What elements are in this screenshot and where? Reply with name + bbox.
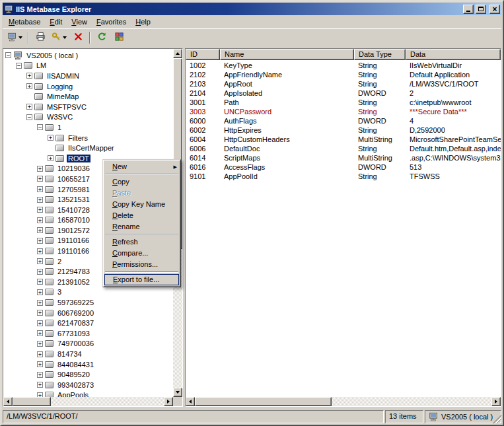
expand-plus-icon[interactable]: + [37, 320, 43, 326]
table-row[interactable]: 2104AppIsolatedDWORD2 [186, 89, 501, 98]
expand-plus-icon[interactable]: + [37, 227, 43, 233]
tree-node[interactable]: +993402873 [3, 380, 173, 390]
collapse-minus-icon[interactable]: − [37, 124, 43, 130]
expand-plus-icon[interactable]: + [37, 186, 43, 192]
permissions-button[interactable] [110, 30, 127, 45]
scroll-down-button[interactable] [173, 388, 182, 397]
tree-node[interactable]: +Logging [3, 81, 173, 92]
tree-node[interactable]: IIsCertMapper [3, 143, 173, 153]
column-header-data[interactable]: Data [406, 49, 501, 60]
table-row[interactable]: 2103AppRootString/LM/W3SVC/1/ROOT [186, 80, 501, 89]
expand-plus-icon[interactable]: + [37, 330, 43, 336]
tree-node[interactable]: +Filters [3, 133, 173, 143]
menubar-item-help[interactable]: Help [131, 16, 155, 28]
collapse-minus-icon[interactable]: − [26, 114, 32, 120]
context-menu-item-delete[interactable]: Delete [104, 210, 179, 221]
collapse-minus-icon[interactable]: − [5, 52, 11, 58]
tree-node[interactable]: +814734 [3, 349, 173, 359]
expand-plus-icon[interactable]: + [37, 217, 43, 223]
expand-plus-icon[interactable]: + [37, 341, 43, 347]
expand-plus-icon[interactable]: + [26, 104, 32, 110]
context-menu-item-rename[interactable]: Rename [104, 221, 179, 232]
expand-plus-icon[interactable]: + [37, 238, 43, 244]
column-header-id[interactable]: ID [186, 49, 220, 60]
tree-node[interactable]: +621470837 [3, 318, 173, 328]
expand-plus-icon[interactable]: + [37, 300, 43, 306]
tree-node[interactable]: +AppPools [3, 390, 173, 397]
connect-button[interactable] [5, 30, 25, 45]
context-menu-item-copy-key-name[interactable]: Copy Key Name [104, 199, 179, 210]
scroll-right-button[interactable] [164, 397, 173, 406]
expand-plus-icon[interactable]: + [37, 269, 43, 275]
column-header-name[interactable]: Name [220, 49, 354, 60]
list-hscroll-track[interactable] [195, 397, 491, 406]
print-button[interactable] [32, 30, 49, 45]
collapse-minus-icon[interactable]: − [16, 63, 22, 69]
expand-plus-icon[interactable]: + [37, 289, 43, 295]
tree-node[interactable]: +606769200 [3, 308, 173, 318]
expand-plus-icon[interactable]: + [48, 135, 54, 141]
table-row[interactable]: 6006DefaultDocStringDefault.htm,Default.… [186, 145, 501, 154]
column-header-data-type[interactable]: Data Type [354, 49, 406, 60]
table-row[interactable]: 3003UNCPasswordString***Secure Data*** [186, 108, 501, 117]
scroll-up-button[interactable] [173, 49, 182, 58]
tree-node[interactable]: −VS2005 ( local ) [3, 50, 173, 61]
tree-node[interactable]: +MSFTPSVC [3, 102, 173, 112]
tree-hscroll-track[interactable] [13, 397, 164, 406]
tree-node[interactable]: +749700036 [3, 339, 173, 349]
expand-plus-icon[interactable]: + [37, 361, 43, 367]
tree-node[interactable]: MimeMap [3, 91, 173, 102]
expand-plus-icon[interactable]: + [26, 73, 32, 79]
context-menu-item-refresh[interactable]: Refresh [104, 236, 179, 248]
titlebar[interactable]: IIS Metabase Explorer [3, 3, 501, 15]
close-button[interactable] [489, 5, 500, 14]
expand-plus-icon[interactable]: + [37, 351, 43, 357]
table-row[interactable]: 9101AppPoolIdStringTFSWSS [186, 172, 501, 182]
menubar-item-favorites[interactable]: Favorites [92, 16, 131, 28]
tree-node[interactable]: +844084431 [3, 359, 173, 370]
tree-node[interactable]: +IISADMIN [3, 71, 173, 81]
table-row[interactable]: 6002HttpExpiresStringD,2592000 [186, 126, 501, 135]
table-row[interactable]: 6016AccessFlagsDWORD513 [186, 163, 501, 172]
maximize-button[interactable] [476, 5, 486, 14]
table-row[interactable]: 2102AppFriendlyNameStringDefault Applica… [186, 71, 501, 80]
expand-plus-icon[interactable]: + [37, 176, 43, 182]
context-menu-item-compare[interactable]: Compare... [104, 248, 179, 259]
delete-key-button[interactable] [69, 30, 87, 45]
expand-plus-icon[interactable]: + [37, 392, 43, 397]
tree-hscroll-thumb[interactable] [13, 397, 51, 406]
tree-node[interactable]: +67731093 [3, 328, 173, 339]
table-row[interactable]: 6014ScriptMapsMultiString.asp,C:\WINDOWS… [186, 154, 501, 163]
expand-plus-icon[interactable]: + [37, 248, 43, 254]
context-menu-item-export-to-file[interactable]: Export to file... [104, 274, 179, 285]
expand-plus-icon[interactable]: + [37, 279, 43, 285]
expand-plus-icon[interactable]: + [37, 207, 43, 213]
expand-plus-icon[interactable]: + [48, 155, 54, 161]
expand-plus-icon[interactable]: + [37, 197, 43, 203]
expand-plus-icon[interactable]: + [37, 166, 43, 172]
context-menu-item-copy[interactable]: Copy [104, 176, 179, 188]
minimize-button[interactable] [463, 5, 474, 14]
expand-plus-icon[interactable]: + [37, 258, 43, 264]
expand-plus-icon[interactable]: + [37, 372, 43, 378]
tree-node[interactable]: +90489520 [3, 369, 173, 380]
menubar-item-view[interactable]: View [67, 16, 92, 28]
tree-node[interactable]: −W3SVC [3, 112, 173, 123]
tree-node[interactable]: +597369225 [3, 297, 173, 308]
table-row[interactable]: 1002KeyTypeStringIIsWebVirtualDir [186, 61, 501, 71]
expand-plus-icon[interactable]: + [26, 83, 32, 89]
scroll-left-button[interactable] [186, 397, 195, 406]
refresh-button[interactable] [93, 30, 110, 45]
tree-node[interactable]: −LM [3, 61, 173, 71]
table-row[interactable]: 6004HttpCustomHeadersMultiStringMicrosof… [186, 135, 501, 145]
expand-plus-icon[interactable]: + [37, 382, 43, 388]
expand-plus-icon[interactable]: + [37, 310, 43, 316]
list-horizontal-scrollbar[interactable] [186, 397, 501, 406]
table-row[interactable]: 6000AuthFlagsDWORD4 [186, 117, 501, 126]
scroll-left-button[interactable] [3, 397, 13, 406]
tree-node[interactable]: +3 [3, 287, 173, 298]
scroll-right-button[interactable] [491, 397, 501, 406]
context-menu-item-permissions[interactable]: Permissions... [104, 259, 179, 270]
tree-node[interactable]: −1 [3, 122, 173, 133]
new-key-button[interactable] [49, 30, 69, 45]
